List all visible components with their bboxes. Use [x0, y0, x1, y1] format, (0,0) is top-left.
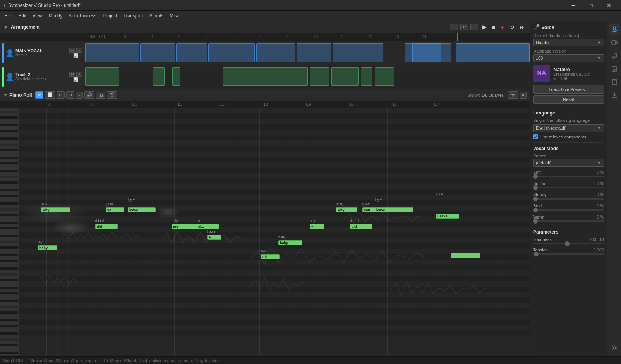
arr-tool-btn-3[interactable]: ↪ [470, 24, 478, 30]
track-1-clip-5[interactable] [256, 43, 295, 62]
relaxed-consonants-checkbox[interactable] [533, 134, 538, 139]
preset-dropdown[interactable]: (default) ▼ [533, 159, 604, 167]
note-plus-alone[interactable]: + [207, 235, 221, 240]
sidebar-export-icon[interactable] [609, 90, 620, 101]
relaxed-consonants-label[interactable]: Use relaxed consonants [540, 135, 586, 139]
phoneme-dihd-1: d ih d [95, 219, 104, 223]
track-1-clip-3[interactable] [176, 43, 207, 62]
note-you[interactable]: you [106, 207, 124, 212]
record-btn[interactable]: ● [499, 23, 506, 31]
track-2-clip-5[interactable] [310, 67, 329, 86]
arrangement-collapse[interactable]: ▼ [3, 24, 9, 30]
track-2-mute[interactable]: M [69, 72, 75, 77]
track-2-clip-1[interactable] [85, 67, 119, 86]
warm-slider-thumb[interactable] [533, 219, 538, 224]
loudness-slider-thumb[interactable] [565, 241, 570, 246]
soft-slider-thumb[interactable] [533, 174, 538, 179]
sidebar-voice-icon[interactable] [609, 24, 620, 35]
db-dropdown[interactable]: Natalie ▼ [533, 39, 604, 46]
maximize-button[interactable]: □ [582, 0, 600, 11]
track-2-clip-8[interactable] [375, 67, 394, 86]
menu-misc[interactable]: Misc [166, 12, 182, 20]
pr-tool-3[interactable]: ↩ [57, 91, 65, 99]
stop-btn[interactable]: ■ [491, 23, 497, 31]
loop-btn[interactable]: ⟲ [508, 23, 516, 31]
note-leave-3[interactable]: Leave [436, 214, 459, 219]
track-1-clip-4[interactable] [208, 43, 255, 62]
piano-roll-label: Piano Roll [9, 92, 32, 98]
menu-view[interactable]: View [29, 12, 46, 20]
steady-slider-thumb[interactable] [533, 197, 538, 201]
track-1-clip-6[interactable] [297, 43, 331, 62]
track-2-clip-3[interactable] [172, 67, 180, 86]
reset-button[interactable]: Reset [533, 95, 604, 104]
loudness-label: Loudness [533, 237, 552, 242]
track-2-solo[interactable]: S [76, 72, 82, 77]
db-version-arrow: ▼ [597, 56, 601, 60]
load-save-presets-button[interactable]: Load/Save Presets... [533, 85, 604, 94]
loudness-value: 0.00 dB [589, 237, 604, 242]
menu-modify[interactable]: Modify [46, 12, 65, 20]
note-why-1[interactable]: why [41, 207, 70, 212]
track-1-clip-10[interactable] [456, 43, 530, 62]
track-2-clip-7[interactable] [361, 67, 372, 86]
sidebar-video-icon[interactable] [609, 37, 620, 48]
language-dropdown[interactable]: English (default) ▼ [533, 124, 604, 132]
track-2-clip-4[interactable] [223, 67, 308, 86]
piano-roll-collapse[interactable]: ▼ [3, 92, 8, 98]
note-plus-bly[interactable]: + [310, 224, 324, 229]
menu-file[interactable]: File [2, 12, 15, 20]
soulful-slider-thumb[interactable] [533, 185, 538, 190]
track-2-header: 👤 Track 2 (No default voice) M S 📊 ↔ [0, 65, 85, 89]
piano-roll-header: ▼ Piano Roll ✏ ⬜ ↩ ↪ ~ 🔊 |a| 🎬 SNAP: 1/8… [0, 89, 530, 101]
menu-auto-process[interactable]: Auto-Process [65, 12, 99, 20]
minimize-button[interactable]: – [564, 0, 582, 11]
sidebar-settings-icon[interactable] [609, 342, 620, 353]
pr-tool-7[interactable]: |a| [96, 92, 105, 99]
menu-edit[interactable]: Edit [15, 12, 29, 20]
bold-slider-thumb[interactable] [533, 208, 538, 212]
titlebar: ♪ Synthesizer V Studio Pro - untitled* –… [0, 0, 621, 11]
sidebar-library-icon[interactable] [609, 63, 620, 74]
pr-view-btn[interactable]: 📷 [508, 91, 518, 99]
pr-tool-4[interactable]: ↪ [66, 91, 74, 99]
phoneme-bly-2: b ly [310, 219, 315, 223]
track-2-clip-2[interactable] [153, 67, 165, 86]
track-1-mute[interactable]: M [69, 48, 75, 53]
menu-project[interactable]: Project [99, 12, 120, 20]
pr-tool-select[interactable]: ⬜ [45, 91, 55, 99]
pr-tool-5[interactable]: ~ [76, 92, 83, 99]
title-text: Synthesizer V Studio Pro - untitled* [8, 3, 564, 8]
arr-tool-btn-1[interactable]: ☰ [450, 24, 458, 30]
sidebar-pages-icon[interactable] [609, 77, 620, 87]
arr-tool-btn-2[interactable]: ↩ [460, 24, 468, 30]
svg-rect-0 [613, 27, 616, 30]
menu-transport[interactable]: Transport [120, 12, 146, 20]
db-version-dropdown[interactable]: 109 ▼ [533, 54, 604, 62]
tension-slider-thumb[interactable] [534, 252, 539, 256]
note-far-right[interactable] [451, 253, 480, 258]
soulful-slider-row: Soulful 0 % [533, 181, 604, 188]
skip-btn[interactable]: ⏭ [518, 23, 527, 31]
pr-tool-8[interactable]: 🎬 [107, 91, 117, 99]
track-2-clip-6[interactable] [331, 67, 359, 86]
pr-tool-pencil[interactable]: ✏ [35, 91, 43, 99]
track-1-clip-7[interactable] [333, 43, 383, 62]
voice-company: Dreamtonics Co., Ltd. [553, 72, 604, 77]
track-1-solo[interactable]: S [76, 48, 82, 53]
sidebar-music-icon[interactable] [609, 50, 620, 61]
track-1-clip-9[interactable] [412, 43, 451, 62]
menu-scripts[interactable]: Scripts [146, 12, 166, 20]
soft-value: 0 % [597, 170, 604, 174]
parameters-divider [533, 226, 604, 226]
close-button[interactable]: ✕ [600, 0, 618, 11]
language-section-title: Language [533, 110, 604, 116]
pr-tool-6[interactable]: 🔊 [84, 91, 94, 99]
note-baby-1[interactable]: baby [38, 245, 57, 250]
play-btn[interactable]: ▶ [480, 22, 488, 31]
roll-grid[interactable]: baby ey why b ly did d ih d [19, 108, 530, 356]
track-1-clip-1[interactable] [85, 43, 139, 62]
note-leave-1[interactable]: leave [128, 207, 156, 212]
track-1-clip-2[interactable] [140, 43, 175, 62]
pr-menu-btn[interactable]: ≡ [520, 92, 527, 99]
